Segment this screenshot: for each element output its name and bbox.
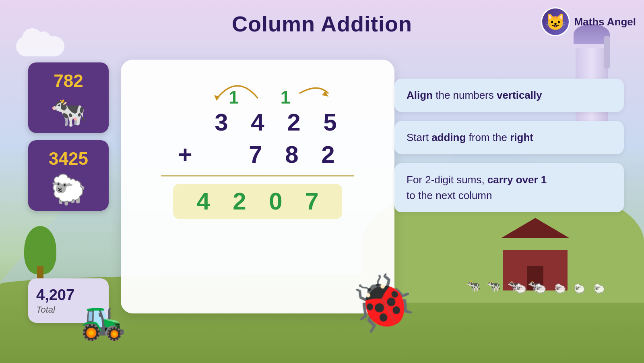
cloud-decoration bbox=[16, 36, 64, 56]
digit-4: 4 bbox=[239, 108, 276, 137]
sheep-number: 3425 bbox=[49, 149, 88, 169]
row-782: + 7 8 2 bbox=[137, 140, 378, 169]
info1-bold1: Align bbox=[407, 89, 433, 101]
info1-text1: the numbers bbox=[436, 89, 497, 101]
divider-line bbox=[161, 175, 354, 176]
cow-emoji: 🐄 bbox=[50, 97, 87, 126]
info1-bold2: vertically bbox=[497, 89, 542, 101]
info-box-1: Align the numbers vertically bbox=[394, 79, 624, 112]
main-card: 1 1 3 4 2 5 + 7 8 2 4 2 0 7 bbox=[121, 60, 394, 313]
bg-sheep: 🐑 🐑 🐑 🐑 🐑 bbox=[515, 283, 608, 295]
digit-7: 7 bbox=[237, 140, 274, 169]
info3-text2: to the next column bbox=[407, 189, 492, 201]
row-3425: 3 4 2 5 bbox=[137, 108, 378, 137]
digit-2b: 2 bbox=[310, 140, 346, 169]
carry-arrow-right-svg bbox=[298, 87, 330, 103]
plus-sign: + bbox=[169, 140, 201, 169]
info-box-3: For 2-digit sums, carry over 1 to the ne… bbox=[394, 163, 624, 212]
result-box: 4 2 0 7 bbox=[173, 184, 342, 219]
ladybug-emoji: 🐞 bbox=[346, 271, 419, 334]
info-boxes: Align the numbers vertically Start addin… bbox=[394, 79, 624, 212]
info-box-2: Start adding from the right bbox=[394, 121, 624, 154]
left-cards: 782 🐄 3425 🐑 bbox=[28, 62, 109, 211]
info2-text2: from the bbox=[469, 131, 510, 143]
info2-text1: Start bbox=[407, 131, 431, 143]
result-2: 2 bbox=[221, 187, 258, 216]
total-number: 4,207 bbox=[36, 286, 74, 304]
logo-icon: 😺 bbox=[541, 7, 570, 36]
logo: 😺 Maths Angel bbox=[541, 7, 636, 36]
info3-text1: For 2-digit sums, bbox=[407, 174, 487, 186]
logo-text: Maths Angel bbox=[574, 16, 636, 28]
carry-row: 1 1 bbox=[137, 76, 378, 108]
info3-bold1: carry over 1 bbox=[487, 174, 547, 186]
result-7: 7 bbox=[294, 187, 330, 216]
tractor-emoji: 🚜 bbox=[80, 303, 126, 339]
digit-2: 2 bbox=[276, 108, 312, 137]
digit-5: 5 bbox=[312, 108, 348, 137]
sheep-emoji: 🐑 bbox=[50, 175, 87, 204]
card-sheep: 3425 🐑 bbox=[28, 140, 109, 211]
info2-bold1: adding bbox=[431, 131, 466, 143]
cow-number: 782 bbox=[54, 71, 83, 91]
digit-8: 8 bbox=[274, 140, 310, 169]
result-0: 0 bbox=[258, 187, 294, 216]
total-label: Total bbox=[36, 305, 55, 315]
info2-bold2: right bbox=[510, 131, 533, 143]
card-cow: 782 🐄 bbox=[28, 62, 109, 133]
digit-3: 3 bbox=[203, 108, 239, 137]
carry-arc-svg bbox=[205, 72, 286, 104]
result-4: 4 bbox=[185, 187, 221, 216]
